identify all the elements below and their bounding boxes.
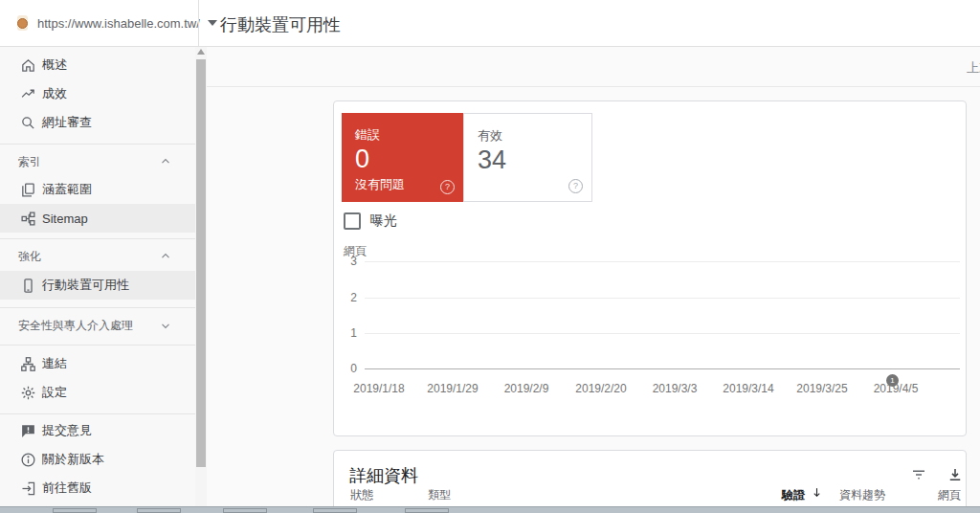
column-header-trend[interactable]: 資料趨勢 <box>839 487 885 503</box>
sidebar-item-links[interactable]: 連結 <box>0 349 195 378</box>
dropdown-caret-icon <box>208 20 217 26</box>
valid-count: 34 <box>478 145 506 175</box>
page-title: 行動裝置可用性 <box>220 13 341 36</box>
property-url: https://www.ishabelle.com.tw/ <box>37 16 200 31</box>
x-tick: 2019/4/5 <box>853 382 939 395</box>
links-icon <box>19 355 36 372</box>
sidebar-divider <box>0 238 195 239</box>
chevron-up-icon <box>159 155 172 168</box>
sidebar-section-index[interactable]: 索引 <box>0 149 195 174</box>
taskbar-button <box>313 508 357 513</box>
coverage-pages-icon <box>19 181 36 198</box>
download-icon[interactable] <box>947 466 966 485</box>
column-header-validation[interactable]: 驗證 <box>746 487 805 503</box>
sitemap-icon <box>19 210 36 227</box>
search-icon <box>19 114 36 131</box>
sidebar-item-coverage[interactable]: 涵蓋範圍 <box>0 175 195 204</box>
valid-status-chip[interactable]: 有效 34 ? <box>463 113 592 202</box>
y-tick: 2 <box>334 291 357 304</box>
impressions-checkbox-row[interactable]: 曝光 <box>344 212 397 230</box>
sidebar-item-performance[interactable]: 成效 <box>0 79 195 108</box>
taskbar-button <box>137 508 181 513</box>
filter-icon[interactable] <box>910 466 929 485</box>
column-header-status[interactable]: 狀態 <box>350 487 373 503</box>
scrollbar-up-arrow-icon[interactable] <box>197 49 205 55</box>
column-header-pages[interactable]: 網頁 <box>913 487 961 503</box>
report-subheader <box>207 47 980 87</box>
column-header-type[interactable]: 類型 <box>428 487 451 503</box>
chevron-down-icon <box>159 319 172 332</box>
app-window: https://www.ishabelle.com.tw/ 行動裝置可用性 概述… <box>0 0 980 513</box>
sidebar-divider <box>0 413 195 414</box>
property-selector[interactable]: https://www.ishabelle.com.tw/ <box>11 8 193 38</box>
site-favicon-icon <box>17 15 28 31</box>
y-tick: 0 <box>334 362 357 375</box>
sidebar-item-mobile-usability[interactable]: 行動裝置可用性 <box>0 271 195 300</box>
y-tick: 1 <box>334 326 357 340</box>
details-title: 詳細資料 <box>349 464 418 487</box>
x-tick: 2019/2/9 <box>483 382 569 395</box>
sidebar-section-enhancements[interactable]: 強化 <box>0 244 195 269</box>
gridline <box>365 333 960 334</box>
sidebar-item-settings[interactable]: 設定 <box>0 378 195 407</box>
feedback-icon <box>19 422 36 439</box>
scrollbar-thumb[interactable] <box>196 59 206 467</box>
taskbar <box>0 506 980 513</box>
sidebar-item-about-new-version[interactable]: 關於新版本 <box>0 445 195 474</box>
sort-descending-icon[interactable] <box>811 486 823 499</box>
sidebar-divider <box>0 144 195 145</box>
trending-up-icon <box>19 85 36 102</box>
details-card: 詳細資料 狀態 類型 驗證 資料趨勢 網頁 <box>333 450 967 513</box>
sidebar-section-security[interactable]: 安全性與專人介入處理 <box>0 313 195 338</box>
last-updated-text: 上次 <box>967 59 980 77</box>
sidebar-item-go-to-old-version[interactable]: 前往舊版 <box>0 474 195 502</box>
gridline <box>365 298 960 299</box>
gear-icon <box>19 384 36 401</box>
sidebar-item-feedback[interactable]: 提交意見 <box>0 416 195 445</box>
info-icon <box>19 451 36 468</box>
help-icon[interactable]: ? <box>440 180 455 194</box>
sidebar-divider <box>0 307 195 308</box>
topbar-divider <box>198 0 199 46</box>
y-tick: 3 <box>334 255 357 268</box>
home-icon <box>19 56 36 74</box>
gridline <box>365 261 960 262</box>
taskbar-button <box>223 508 267 513</box>
sidebar-divider <box>0 345 195 346</box>
top-bar: https://www.ishabelle.com.tw/ 行動裝置可用性 <box>0 0 980 47</box>
sidebar: 概述 成效 網址審查 索引 涵蓋範圍 <box>0 47 195 513</box>
chevron-up-icon <box>159 250 172 263</box>
gridline-zero <box>365 368 960 369</box>
sidebar-item-overview[interactable]: 概述 <box>0 51 195 79</box>
impressions-checkbox[interactable] <box>344 212 361 230</box>
error-status-chip[interactable]: 錯誤 0 沒有問題 ? <box>342 113 463 202</box>
sidebar-item-sitemap[interactable]: Sitemap <box>0 204 195 233</box>
error-count: 0 <box>355 145 369 174</box>
taskbar-button <box>53 508 97 513</box>
taskbar-button <box>405 508 449 513</box>
exit-to-app-icon <box>19 480 36 497</box>
mobile-usability-report-card: 錯誤 0 沒有問題 ? 有效 34 ? 曝光 網頁 3 2 1 0 1 2019… <box>333 100 967 436</box>
help-icon[interactable]: ? <box>568 179 583 193</box>
sidebar-item-url-inspection[interactable]: 網址審查 <box>0 108 195 137</box>
smartphone-icon <box>19 277 36 294</box>
